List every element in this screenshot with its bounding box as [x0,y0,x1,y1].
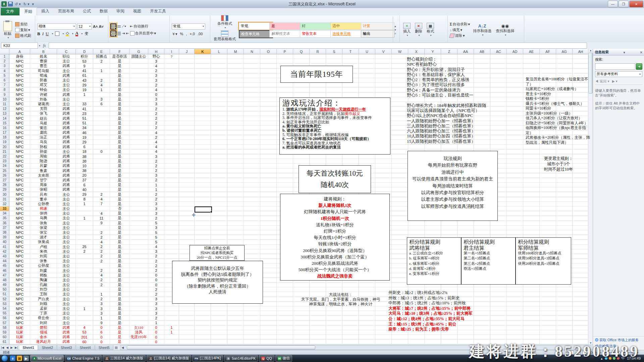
pane-close-icon[interactable]: ✕ [640,50,643,54]
taskbar-button-Cheat Engine 7.5[interactable]: CECheat Engine 7.5 [65,355,102,362]
ribbon-tab-开发工具[interactable]: 开发工具 [146,7,170,15]
tab-nav-next-icon[interactable]: ▶ [9,346,14,349]
settle-strategist-box[interactable]: 积分结算规则 军师结算 使用100积分道具=5招募点使用50积分道具=3招募点使… [516,237,571,285]
ribbon-tab-视图[interactable]: 视图 [129,7,146,15]
comma-icon[interactable]: , [186,32,187,36]
sheet-tab-Sheet2[interactable]: Sheet2 [38,345,57,350]
formula-input[interactable] [49,43,587,49]
fill-color-icon[interactable]: ◇ [66,32,69,36]
align-center-icon[interactable] [110,31,116,37]
copy-button[interactable]: 复制 ▾ [15,27,31,33]
shrink-font-button[interactable]: A˅ [99,24,103,28]
gallery-scroll[interactable]: ▲▼≡ [393,16,397,43]
decrease-decimal-icon[interactable]: .00 [198,32,203,36]
currency-icon[interactable]: ￥▾ [172,32,177,37]
taskbar-button-[三国志14PK][interactable]: PK[三国志14PK] [192,355,223,362]
align-bottom-icon[interactable] [116,25,121,28]
sheet-tab-Sheet1[interactable]: Sheet1 [19,345,38,350]
cell-style-常规[interactable]: 常规 [239,22,272,30]
cell-style-解释性文本[interactable]: 解释性文本 [269,30,303,38]
format-painter-button[interactable]: 格式刷 [15,33,31,38]
pane-forward-icon[interactable]: ▶ ▾ [612,79,618,84]
insert-cells-button[interactable]: ＋ 插入▾ [402,16,412,43]
cell-style-连接单元格[interactable]: 连接单元格 [330,30,364,38]
taskbar-button-San14EditorPK[interactable]: SSan14EditorPK [224,355,258,362]
taskbar-button-三国志14 威力加强版[interactable]: 三三国志14 威力加强版 [103,355,146,362]
cell-style-计算[interactable]: 计算 [361,22,394,30]
ribbon-tab-页面布局[interactable]: 页面布局 [54,7,78,15]
ribbon-tab-插入[interactable]: 插入 [37,7,54,15]
cell-style-差[interactable]: 差 [269,22,303,30]
name-box-dropdown-icon[interactable]: ▾ [39,44,40,47]
tab-nav-first-icon[interactable]: |◀ [0,346,5,349]
cell-style-警告文本[interactable]: 警告文本 [300,30,333,38]
media-player-icon[interactable]: ▶ [23,356,29,361]
sort-filter-button[interactable]: A↓Z 排序和筛选▾ [472,16,493,43]
research-search-input[interactable] [595,63,635,70]
minimize-button[interactable]: — [608,1,618,7]
ribbon-tab-数据[interactable]: 数据 [95,7,112,15]
active-cell-selection[interactable] [195,206,212,213]
settle-monarch-box[interactable]: 积分结算规则 君主结算 第一名=5招募点第二名=3招募点第三名=2招募点存活=1… [461,237,516,285]
increase-decimal-icon[interactable]: +.0 [190,32,195,36]
align-right-icon[interactable] [116,31,121,36]
phonetic-icon[interactable]: 变 [85,31,88,36]
cell-style-好[interactable]: 好 [300,22,333,30]
tab-nav-last-icon[interactable]: ▶| [14,346,19,349]
redo-icon[interactable]: ↻ ▾ [23,2,30,6]
taskbar-button-QQ[interactable]: QQQ [259,355,274,362]
horizontal-scroll-thumb[interactable] [127,346,315,350]
ribbon-tab-开始[interactable]: 开始 [19,7,37,15]
close-button[interactable]: ✕ [629,1,643,7]
border-icon[interactable] [55,32,59,36]
taskbar-button-微信[interactable]: W微信 [275,355,292,362]
maximize-button[interactable]: ❐ [619,1,629,7]
cell-style-检查单元格[interactable]: 检查单元格 [239,30,273,38]
pane-dropdown-icon[interactable]: ▾ [623,50,625,54]
cell-style-输出[interactable]: 输出 [361,30,394,38]
recruit-point-trade-box[interactable]: 招募点禁止交易找NPC或者系统购买20分一点，NPC15分一点 [190,245,245,261]
start-button[interactable] [1,355,8,362]
sheet-tab-Sheet4[interactable]: Sheet4 [76,345,94,350]
tab-nav-prev-icon[interactable]: ◀ [5,346,9,349]
fill-button[interactable]: ↓ 填充 ▾ [450,27,470,33]
font-color-icon[interactable]: A [75,32,78,36]
conditional-formatting-button[interactable]: 条件格式▾ [212,15,237,29]
indent-icons[interactable]: ⇥ ⇤ [122,31,129,36]
recruit-rules-box[interactable]: 建将规则：新人建将随机1次灯牌随机建将每人只能一个武将1积分随机一次送礼物1块钱… [280,194,390,281]
italic-button[interactable]: I [42,31,44,37]
merge-center-button[interactable]: 合并后居中 ▾ [130,31,156,36]
pane-back-button[interactable]: ◀ 返回 ▾ [595,79,609,84]
align-middle-icon[interactable] [110,23,116,29]
taskbar-button-Microsoft Excel[interactable]: XMicrosoft Excel [30,355,64,362]
sheet-tab-Sheet3[interactable]: Sheet3 [57,345,75,350]
current-year-box[interactable]: 当前年限195年 [280,66,353,83]
delete-cells-button[interactable]: ✕ 删除▾ [414,16,424,43]
start-search-icon[interactable]: ➜ [636,63,642,70]
scroll-up-icon[interactable]: ▲ [589,49,592,52]
play-rules-box[interactable]: 玩法规则每局开始前所有玩家在野游戏进行中可以使用道具顶替当前君主成为新的君主每局… [408,151,498,221]
insert-sheet-icon[interactable]: ⊞ [114,346,119,350]
explorer-icon[interactable]: ▣ [17,356,22,361]
wrap-text-button[interactable]: ⇤ 自动换行 [130,24,148,29]
format-cells-button[interactable]: ▤ 格式▾ [425,16,435,43]
reference-scope-select[interactable]: 所有参考资料▾ [595,71,642,77]
qat-customize-icon[interactable]: ▾ [32,2,35,6]
underline-button[interactable]: U [46,31,49,37]
bold-button[interactable]: B [37,31,40,37]
hscroll-left-icon[interactable]: ◀ [120,346,125,349]
save-icon[interactable] [8,2,13,6]
ribbon-tab-公式[interactable]: 公式 [78,7,95,15]
clear-button[interactable]: 清除 ▾ [450,33,470,38]
name-box[interactable]: K33 [1,43,38,49]
file-tab[interactable]: 文件 [1,8,19,15]
taskbar-button-[三国志14] 威力加强版[interactable]: 三[三国志14] 威力加强版 [147,355,191,362]
number-format-combo[interactable]: 常规▾ [172,23,205,29]
gameplay-intro-box[interactable]: 游戏玩法介绍： 1. 游戏从170年开始，现实时间一天游戏进行一年2. 无特殊情… [279,98,390,155]
orientation-icon[interactable]: ⟋▾ [122,24,126,28]
font-size-combo[interactable]: 12▾ [77,23,92,29]
settle-general-box[interactable]: 积分结算规则 武将结算 a. 三公或自立=5积分b. 征东将军=4积分c. 镇东… [407,237,461,285]
ie-icon[interactable]: e [10,356,15,361]
cell-style-适中[interactable]: 适中 [330,22,364,30]
grow-font-button[interactable]: A˄ [93,24,98,28]
